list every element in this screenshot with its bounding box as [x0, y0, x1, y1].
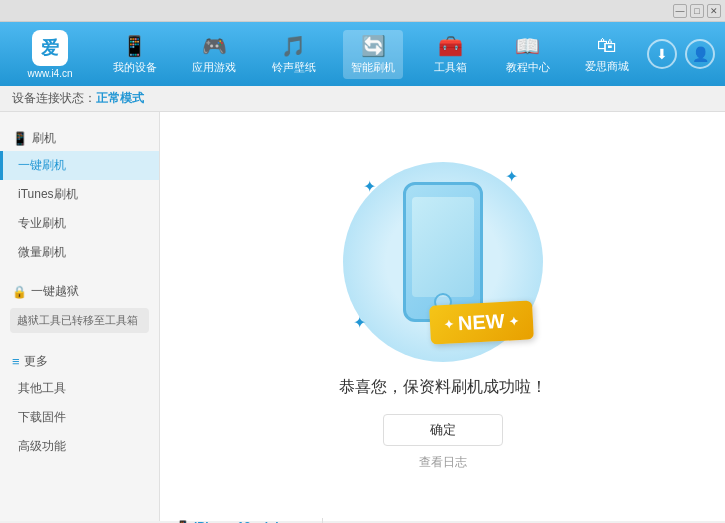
- lock-icon: 🔒: [12, 285, 27, 299]
- nav-item-apps-games[interactable]: 🎮 应用游戏: [184, 30, 244, 79]
- sidebar-flash-header: 📱 刷机: [0, 126, 159, 151]
- status-value: 正常模式: [96, 90, 144, 107]
- tutorial-icon: 📖: [515, 34, 540, 58]
- sparkle-2: ✦: [505, 167, 518, 186]
- sidebar-section-jailbreak: 🔒 一键越狱 越狱工具已转移至工具箱: [0, 273, 159, 343]
- more-section-icon: ≡: [12, 354, 20, 369]
- logo-icon: 爱: [32, 30, 68, 66]
- device-name: 📱 iPhone 12 mini: [176, 520, 314, 524]
- sidebar-section-flash: 📱 刷机 一键刷机 iTunes刷机 专业刷机 微量刷机: [0, 120, 159, 273]
- sidebar-item-micro-flash[interactable]: 微量刷机: [0, 238, 159, 267]
- header: 爱 www.i4.cn 📱 我的设备 🎮 应用游戏 🎵 铃声壁纸 🔄 智能刷机 …: [0, 22, 725, 86]
- nav-item-toolbox[interactable]: 🧰 工具箱: [423, 30, 478, 79]
- view-log-link[interactable]: 查看日志: [419, 454, 467, 471]
- minimize-button[interactable]: —: [673, 4, 687, 18]
- nav-label-toolbox: 工具箱: [434, 60, 467, 75]
- logo: 爱 www.i4.cn: [10, 30, 90, 79]
- sidebar-item-itunes-flash[interactable]: iTunes刷机: [0, 180, 159, 209]
- nav-bar: 📱 我的设备 🎮 应用游戏 🎵 铃声壁纸 🔄 智能刷机 🧰 工具箱 📖 教程中心…: [95, 30, 647, 79]
- nav-item-store[interactable]: 🛍 爱思商城: [577, 30, 637, 78]
- header-actions: ⬇ 👤: [647, 39, 715, 69]
- sidebar-item-pro-flash[interactable]: 专业刷机: [0, 209, 159, 238]
- nav-label-ringtones: 铃声壁纸: [272, 60, 316, 75]
- new-badge: NEW: [429, 300, 534, 344]
- smart-flash-icon: 🔄: [361, 34, 386, 58]
- sidebar-flash-title: 刷机: [32, 130, 56, 147]
- sidebar-item-other-tools[interactable]: 其他工具: [0, 374, 159, 403]
- device-icon: 📱: [122, 34, 147, 58]
- status-label: 设备连接状态：: [12, 90, 96, 107]
- success-illustration: ✦ ✦ ✦ NEW: [343, 162, 543, 362]
- sidebar-more-title: 更多: [24, 353, 48, 370]
- jailbreak-note: 越狱工具已转移至工具箱: [10, 308, 149, 333]
- device-name-text: iPhone 12 mini: [194, 520, 279, 524]
- jailbreak-note-text: 越狱工具已转移至工具箱: [17, 313, 138, 328]
- nav-item-ringtones[interactable]: 🎵 铃声壁纸: [264, 30, 324, 79]
- sidebar-section-more: ≡ 更多 其他工具 下载固件 高级功能: [0, 343, 159, 467]
- close-button[interactable]: ✕: [707, 4, 721, 18]
- sidebar-item-one-click-flash[interactable]: 一键刷机: [0, 151, 159, 180]
- title-bar: — □ ✕: [0, 0, 725, 22]
- sidebar-item-download-fw[interactable]: 下载固件: [0, 403, 159, 432]
- nav-label-smart-flash: 智能刷机: [351, 60, 395, 75]
- sidebar-more-header: ≡ 更多: [0, 349, 159, 374]
- sidebar-jailbreak-header: 🔒 一键越狱: [0, 279, 159, 304]
- user-button[interactable]: 👤: [685, 39, 715, 69]
- apps-icon: 🎮: [202, 34, 227, 58]
- content-area: ✦ ✦ ✦ NEW 恭喜您，保资料刷机成功啦！: [160, 112, 725, 521]
- below-header: 设备连接状态： 正常模式 📱 刷机 一键刷机 iTunes刷机 专业刷机 微量刷…: [0, 86, 725, 523]
- main-layout: 📱 刷机 一键刷机 iTunes刷机 专业刷机 微量刷机 🔒 一键越狱 越狱工具…: [0, 112, 725, 521]
- sidebar: 📱 刷机 一键刷机 iTunes刷机 专业刷机 微量刷机 🔒 一键越狱 越狱工具…: [0, 112, 160, 521]
- sidebar-jailbreak-title: 一键越狱: [31, 283, 79, 300]
- download-button[interactable]: ⬇: [647, 39, 677, 69]
- phone-screen: [412, 197, 474, 297]
- status-row: 设备连接状态： 正常模式: [0, 86, 725, 112]
- flash-section-icon: 📱: [12, 131, 28, 146]
- nav-item-my-device[interactable]: 📱 我的设备: [105, 30, 165, 79]
- toolbox-icon: 🧰: [438, 34, 463, 58]
- nav-label-my-device: 我的设备: [113, 60, 157, 75]
- sidebar-item-advanced[interactable]: 高级功能: [0, 432, 159, 461]
- logo-text: www.i4.cn: [27, 68, 72, 79]
- sparkle-3: ✦: [353, 313, 366, 332]
- phone-body: [403, 182, 483, 322]
- nav-label-apps: 应用游戏: [192, 60, 236, 75]
- nav-item-smart-flash[interactable]: 🔄 智能刷机: [343, 30, 403, 79]
- store-icon: 🛍: [597, 34, 617, 57]
- nav-label-store: 爱思商城: [585, 59, 629, 74]
- sparkle-1: ✦: [363, 177, 376, 196]
- nav-item-tutorial[interactable]: 📖 教程中心: [498, 30, 558, 79]
- maximize-button[interactable]: □: [690, 4, 704, 18]
- illustration-inner: ✦ ✦ ✦ NEW: [343, 162, 543, 362]
- footer-device-info: 📱 iPhone 12 mini 64GB Down-12mini-13,1: [168, 518, 323, 524]
- confirm-button[interactable]: 确定: [383, 414, 503, 446]
- nav-label-tutorial: 教程中心: [506, 60, 550, 75]
- success-title: 恭喜您，保资料刷机成功啦！: [339, 377, 547, 398]
- ringtone-icon: 🎵: [281, 34, 306, 58]
